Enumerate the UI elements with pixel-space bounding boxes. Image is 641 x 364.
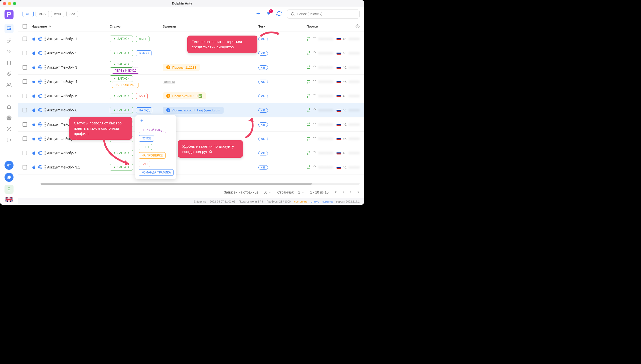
tag-chip-small[interactable]: ФБ (258, 165, 268, 170)
more-icon[interactable] (45, 136, 46, 141)
horizontal-scrollbar[interactable] (41, 183, 360, 185)
refresh-proxy-icon[interactable] (312, 122, 316, 126)
status-chip[interactable]: НА ЗРД (136, 107, 152, 113)
row-checkbox[interactable] (23, 151, 27, 155)
status-option[interactable]: ЛЬЕТ (139, 144, 152, 150)
api-icon[interactable]: API (6, 93, 12, 99)
maximize-window-button[interactable] (13, 2, 16, 5)
app-logo[interactable] (5, 10, 14, 19)
note-box[interactable]: i Пароль: 112233 (163, 64, 200, 71)
page-select[interactable]: 1 (298, 190, 304, 194)
link-icon[interactable] (6, 38, 12, 44)
per-page-select[interactable]: 50 (263, 190, 271, 194)
swap-icon[interactable] (306, 94, 310, 98)
add-status-button[interactable] (139, 119, 173, 125)
status-link-trash[interactable]: корзина (323, 200, 333, 203)
status-option[interactable]: ПЕРВЫЙ ВХОД (139, 127, 166, 133)
sort-down-icon[interactable] (48, 25, 51, 28)
refresh-proxy-icon[interactable] (312, 80, 316, 84)
tips-button[interactable] (5, 185, 14, 194)
tag-chip[interactable]: work (51, 11, 64, 17)
status-chip[interactable]: ПЕРВЫЙ ВХОД (112, 68, 139, 74)
note-placeholder[interactable]: заметки (163, 80, 175, 84)
column-tags[interactable]: Теги (258, 25, 265, 28)
swap-icon[interactable] (306, 108, 310, 112)
row-checkbox[interactable] (23, 65, 27, 70)
sidebar-browsers-icon[interactable] (5, 24, 14, 33)
more-icon[interactable] (45, 51, 46, 55)
table-row[interactable]: Аккаунт Фейсбук 4 ЗАПУСК НА ПРОВЕРКЕ зам… (18, 75, 364, 89)
next-page-icon[interactable] (349, 190, 353, 194)
tag-chip[interactable]: ADS (36, 11, 49, 17)
column-proxy[interactable]: Прокси (306, 25, 318, 28)
row-checkbox[interactable] (23, 51, 27, 55)
refresh-proxy-icon[interactable] (312, 151, 316, 155)
status-chip[interactable]: ГОТОВ (136, 50, 151, 56)
refresh-proxy-icon[interactable] (312, 51, 316, 55)
more-icon[interactable] (45, 79, 46, 84)
more-icon[interactable] (45, 151, 46, 155)
row-checkbox[interactable] (23, 136, 27, 141)
swap-icon[interactable] (306, 51, 310, 55)
swap-icon[interactable] (306, 165, 310, 169)
row-checkbox[interactable] (23, 79, 27, 84)
user-avatar[interactable]: ЯТ (5, 161, 14, 170)
refresh-proxy-icon[interactable] (312, 165, 316, 169)
refresh-button[interactable] (276, 11, 282, 17)
column-notes[interactable]: Заметки (163, 25, 176, 28)
users-icon[interactable] (6, 82, 12, 88)
refresh-proxy-icon[interactable] (312, 65, 316, 69)
more-icon[interactable] (45, 122, 46, 127)
add-profile-button[interactable] (255, 11, 261, 17)
row-checkbox[interactable] (23, 37, 27, 41)
swap-icon[interactable] (306, 37, 310, 41)
start-button[interactable]: ЗАПУСК (110, 36, 133, 42)
wand-icon[interactable] (6, 49, 12, 55)
more-icon[interactable] (45, 108, 46, 112)
column-name[interactable]: Название (32, 25, 47, 28)
search-box[interactable] (287, 10, 360, 19)
row-checkbox[interactable] (23, 165, 27, 169)
status-option[interactable]: ГОТОВ (139, 135, 154, 142)
refresh-proxy-icon[interactable] (312, 37, 316, 41)
start-button[interactable]: ЗАПУСК (110, 50, 133, 56)
refresh-proxy-icon[interactable] (312, 94, 316, 98)
search-input[interactable] (297, 12, 356, 16)
tag-chip-small[interactable]: ФБ (258, 108, 268, 113)
chat-button[interactable] (5, 173, 14, 182)
table-row[interactable]: Аккаунт Фейсбук 5 ЗАПУСК БАН i Проверить… (18, 89, 364, 103)
start-button[interactable]: ЗАПУСК (110, 75, 133, 82)
close-window-button[interactable] (3, 2, 6, 5)
start-button[interactable]: ЗАПУСК (110, 164, 133, 170)
swap-icon[interactable] (306, 137, 310, 141)
status-chip[interactable]: БАН (136, 93, 147, 99)
filter-button[interactable]: 1 (266, 11, 271, 17)
logout-icon[interactable] (6, 137, 12, 143)
settings-icon[interactable] (6, 115, 12, 121)
tag-chip[interactable]: Acc (66, 11, 78, 17)
row-checkbox[interactable] (23, 122, 27, 127)
more-icon[interactable] (45, 65, 46, 70)
bookmark-icon[interactable] (6, 60, 12, 66)
swap-icon[interactable] (306, 80, 310, 84)
tag-chip-small[interactable]: ФБ (258, 51, 268, 56)
row-checkbox[interactable] (23, 94, 27, 98)
swap-icon[interactable] (306, 122, 310, 126)
prev-page-icon[interactable] (342, 190, 346, 194)
status-option[interactable]: НА ПРОВЕРКЕ (139, 152, 166, 159)
start-button[interactable]: ЗАПУСК (110, 107, 133, 113)
tag-chip-small[interactable]: ФБ (258, 137, 268, 141)
status-chip[interactable]: ЛЬЕТ (136, 36, 149, 42)
more-icon[interactable] (45, 37, 46, 41)
status-option[interactable]: БАН (139, 161, 150, 167)
note-box[interactable]: i Проверить КРЕО✅ (163, 92, 206, 99)
puzzle-icon[interactable] (6, 71, 12, 77)
dollar-icon[interactable] (6, 126, 12, 132)
status-link-status[interactable]: статус (311, 200, 319, 203)
more-icon[interactable] (45, 94, 46, 98)
select-all-checkbox[interactable] (23, 24, 27, 29)
tag-chip-small[interactable]: ФБ (258, 37, 268, 41)
columns-settings-icon[interactable] (356, 24, 360, 28)
swap-icon[interactable] (306, 151, 310, 155)
swap-icon[interactable] (306, 65, 310, 69)
